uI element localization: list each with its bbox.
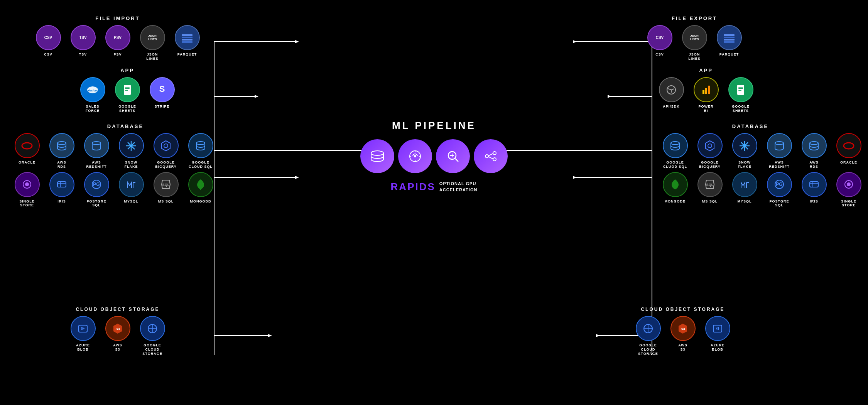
svg-text:SQL: SQL — [162, 183, 170, 187]
icon-jsonlines[interactable]: JSONLINES JSONLINES — [137, 25, 168, 61]
svg-rect-80 — [724, 41, 735, 43]
snowflake-right-label: SNOWFLAKE — [738, 160, 751, 169]
icon-mssql-left[interactable]: SQL MS SQL — [150, 172, 181, 204]
svg-marker-11 — [573, 40, 577, 43]
icon-awsrds-left[interactable]: AWSRDS — [46, 133, 77, 169]
icon-gcs-left[interactable]: GOOGLECLOUDSTORAGE — [137, 316, 168, 356]
icon-mysql-left[interactable]: MYSQL — [116, 172, 147, 204]
icon-jsonlines-right[interactable]: JSONLINES JSONLINES — [679, 25, 710, 61]
stripe-left-label: STRIPE — [155, 105, 170, 109]
svg-point-48 — [57, 142, 66, 145]
icon-gsheets-right[interactable]: GOOGLESHEETS — [725, 77, 756, 113]
left-file-import-label: FILE IMPORT — [33, 15, 203, 21]
icon-mongodb-right[interactable]: MONGODB — [660, 172, 691, 204]
right-cloud-storage-section: CLOUD OBJECT STORAGE GOOGLECLOUDSTORAGE … — [633, 307, 733, 356]
svg-rect-109 — [810, 182, 818, 187]
icon-postgres-left[interactable]: PG POSTGRESQL — [81, 172, 112, 208]
svg-text:PG: PG — [93, 182, 100, 187]
svg-marker-15 — [573, 176, 577, 179]
cloudsql-left-label: GOOGLECLOUD SQL — [189, 160, 213, 169]
svg-point-92 — [671, 142, 679, 145]
svg-rect-36 — [182, 34, 193, 36]
apisdK-right-label: API/SDK — [663, 105, 680, 109]
icon-mysql-right[interactable]: MYSQL — [729, 172, 760, 204]
right-file-export-label: FILE EXPORT — [644, 15, 745, 21]
icon-gsheets-left[interactable]: GOOGLESHEETS — [112, 77, 143, 113]
svg-line-28 — [455, 159, 458, 162]
left-file-import-icons: CSV CSV TSV TSV PSV PSV JSONL — [33, 25, 203, 61]
icon-stripe-left[interactable]: S STRIPE — [147, 77, 177, 109]
icon-snowflake-left[interactable]: SNOWFLAKE — [116, 133, 147, 169]
icon-tsv[interactable]: TSV TSV — [68, 25, 98, 57]
mongodb-right-label: MONGODB — [665, 199, 686, 204]
icon-parquet-right[interactable]: PARQUET — [714, 25, 745, 57]
icon-csv[interactable]: CSV CSV — [33, 25, 64, 57]
icon-iris-right[interactable]: IRIS — [799, 172, 829, 204]
icon-singlestore-left[interactable]: SINGLESTORE — [12, 172, 42, 208]
icon-iris-left[interactable]: IRIS — [46, 172, 77, 204]
icon-singlestore-right[interactable]: SINGLESTORE — [833, 172, 864, 208]
icon-cloudsql-left[interactable]: GOOGLECLOUD SQL — [185, 133, 216, 169]
iris-right-label: IRIS — [810, 199, 818, 204]
icon-postgres-right[interactable]: PG POSTGRESQL — [764, 172, 795, 208]
icon-csv-right[interactable]: CSV CSV — [644, 25, 675, 57]
svg-point-56 — [164, 144, 168, 148]
icon-mssql-right[interactable]: SQL MS SQL — [694, 172, 725, 204]
svg-rect-37 — [182, 37, 193, 38]
icon-salesforce[interactable]: salesforce SALESFORCE — [77, 77, 108, 113]
svg-text:S: S — [159, 84, 165, 94]
powerbi-right-label: POWERBI — [698, 105, 713, 113]
right-db-row2: MONGODB SQL MS SQL MYSQL PG POSTGRESQL — [660, 172, 864, 208]
icon-parquet[interactable]: PARQUET — [172, 25, 203, 57]
icon-azureblob-right[interactable]: 0101 AZUREBLOB — [702, 316, 733, 352]
icon-gcs-right[interactable]: GOOGLECLOUDSTORAGE — [633, 316, 664, 356]
icon-awss3-right[interactable]: S3 AWSS3 — [667, 316, 698, 352]
icon-bigquery-right[interactable]: GOOGLEBIGQUERY — [694, 133, 725, 169]
svg-rect-77 — [724, 34, 735, 36]
awsrds-right-label: AWSRDS — [809, 160, 819, 169]
icon-mongodb-left[interactable]: MONGODB — [185, 172, 216, 204]
bigquery-left-label: GOOGLEBIGQUERY — [155, 160, 177, 169]
icon-powerbi-right[interactable]: POWERBI — [691, 77, 721, 113]
left-app-section: APP salesforce SALESFORCE GOOGLESHEETS S — [77, 68, 177, 113]
svg-rect-86 — [705, 88, 707, 94]
svg-rect-60 — [57, 182, 66, 187]
left-db-row2: SINGLESTORE IRIS PG POSTGRESQL MYSQL — [12, 172, 216, 208]
svg-point-94 — [708, 144, 712, 148]
icon-awss3-left[interactable]: S3 AWSS3 — [102, 316, 133, 352]
svg-line-82 — [668, 89, 671, 90]
icon-azureblob-left[interactable]: 0101 AZUREBLOB — [68, 316, 98, 352]
svg-marker-55 — [162, 141, 170, 151]
icon-awsredshift-right[interactable]: AWSREDSHIFT — [764, 133, 795, 169]
icon-apisdK-right[interactable]: API/SDK — [656, 77, 687, 109]
awsredshift-right-label: AWSREDSHIFT — [769, 160, 790, 169]
icon-awsrds-right[interactable]: AWSRDS — [799, 133, 829, 169]
icon-snowflake-right[interactable]: SNOWFLAKE — [729, 133, 760, 169]
icon-awsredshift-left[interactable]: AWSREDSHIFT — [81, 133, 112, 169]
icon-gcloudsql-right[interactable]: GOOGLECLUOD SQL — [660, 133, 691, 169]
icon-oracle-right[interactable]: ORACLE — [833, 133, 864, 165]
pipeline-node-2[interactable] — [398, 139, 432, 173]
svg-rect-45 — [125, 90, 128, 91]
right-cloud-icons: GOOGLECLOUDSTORAGE S3 AWSS3 0101 AZUREBL… — [633, 316, 733, 356]
pipeline-node-3[interactable] — [436, 139, 470, 173]
svg-text:PG: PG — [776, 182, 782, 187]
svg-text:salesforce: salesforce — [86, 89, 100, 92]
right-cloud-label: CLOUD OBJECT STORAGE — [633, 307, 733, 312]
azureblob-left-label: AZUREBLOB — [76, 343, 90, 352]
pipeline-node-1[interactable] — [360, 139, 394, 173]
svg-rect-89 — [738, 87, 743, 88]
pipeline-node-4[interactable] — [474, 139, 508, 173]
svg-text:S3: S3 — [115, 327, 120, 331]
icon-oracle-left[interactable]: ORACLE — [12, 133, 42, 165]
svg-marker-93 — [706, 141, 714, 151]
left-db-label: DATABASE — [35, 123, 216, 129]
svg-rect-85 — [703, 90, 704, 94]
icon-bigquery-left[interactable]: GOOGLEBIGQUERY — [150, 133, 181, 169]
mssql-left-label: MS SQL — [158, 199, 174, 204]
svg-point-54 — [130, 145, 132, 147]
iris-left-label: IRIS — [57, 199, 66, 204]
oracle-left-label: ORACLE — [19, 160, 35, 165]
svg-marker-13 — [608, 95, 611, 98]
icon-psv[interactable]: PSV PSV — [102, 25, 133, 57]
